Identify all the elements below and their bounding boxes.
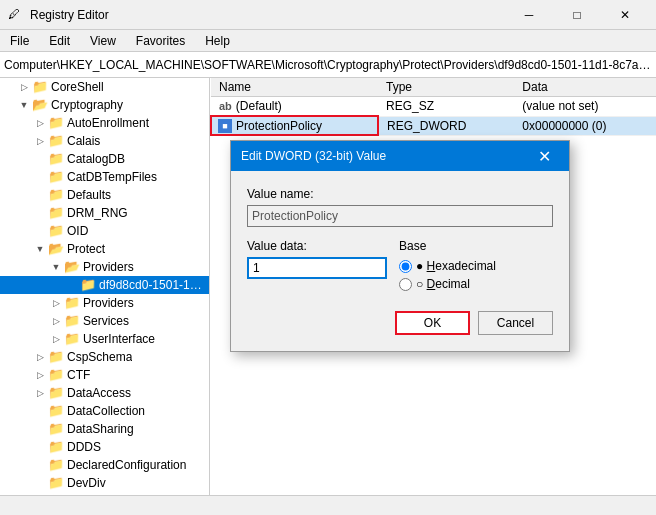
ok-button[interactable]: OK — [395, 311, 470, 335]
dec-radio[interactable] — [399, 278, 412, 291]
dialog-data-row: Value data: Base ● Hexadecimal ○ Decimal — [247, 239, 553, 295]
edit-dword-dialog: Edit DWORD (32-bit) Value ✕ Value name: … — [230, 140, 570, 352]
dialog-body: Value name: Value data: Base ● Hexadecim… — [231, 171, 569, 351]
dec-label: ○ Decimal — [416, 277, 470, 291]
dialog-buttons: OK Cancel — [247, 311, 553, 335]
base-section: Base ● Hexadecimal ○ Decimal — [399, 239, 553, 295]
base-label: Base — [399, 239, 553, 253]
value-data-input[interactable] — [247, 257, 387, 279]
modal-overlay: Edit DWORD (32-bit) Value ✕ Value name: … — [0, 0, 656, 515]
hex-radio[interactable] — [399, 260, 412, 273]
value-name-label: Value name: — [247, 187, 553, 201]
value-data-label: Value data: — [247, 239, 387, 253]
value-name-input[interactable] — [247, 205, 553, 227]
hex-label: ● Hexadecimal — [416, 259, 496, 273]
cancel-button[interactable]: Cancel — [478, 311, 553, 335]
dec-radio-row: ○ Decimal — [399, 277, 553, 291]
hex-radio-row: ● Hexadecimal — [399, 259, 553, 273]
value-data-section: Value data: — [247, 239, 387, 295]
dialog-title: Edit DWORD (32-bit) Value — [241, 149, 529, 163]
dialog-close-button[interactable]: ✕ — [529, 141, 559, 171]
dialog-title-bar: Edit DWORD (32-bit) Value ✕ — [231, 141, 569, 171]
